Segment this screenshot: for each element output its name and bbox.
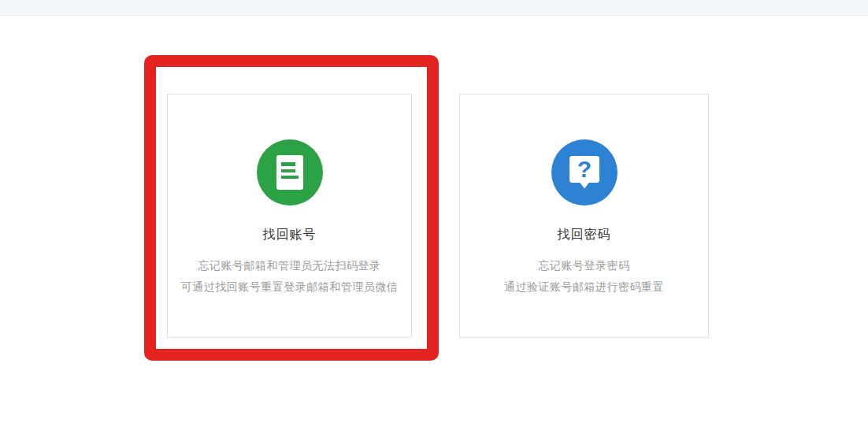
recover-password-title: 找回密码: [558, 227, 611, 243]
recover-account-description: 忘记账号邮箱和管理员无法扫码登录 可通过找回账号重置登录邮箱和管理员微信: [181, 255, 399, 298]
desc-line-2: 可通过找回账号重置登录邮箱和管理员微信: [181, 276, 399, 298]
desc-line-2: 通过验证账号邮箱进行密码重置: [504, 276, 664, 298]
top-chrome-strip: [0, 0, 868, 16]
question-bubble-icon: ?: [551, 139, 618, 206]
page-canvas: 找回账号 忘记账号邮箱和管理员无法扫码登录 可通过找回账号重置登录邮箱和管理员微…: [0, 0, 868, 441]
question-mark-glyph: ?: [577, 156, 591, 182]
document-icon: [257, 139, 323, 206]
recover-account-title: 找回账号: [263, 227, 317, 243]
recover-account-card[interactable]: 找回账号 忘记账号邮箱和管理员无法扫码登录 可通过找回账号重置登录邮箱和管理员微…: [167, 94, 412, 338]
desc-line-1: 忘记账号邮箱和管理员无法扫码登录: [181, 255, 399, 276]
recover-password-description: 忘记账号登录密码 通过验证账号邮箱进行密码重置: [504, 255, 664, 298]
recover-password-card[interactable]: ? 找回密码 忘记账号登录密码 通过验证账号邮箱进行密码重置: [459, 94, 709, 338]
desc-line-1: 忘记账号登录密码: [504, 255, 664, 276]
